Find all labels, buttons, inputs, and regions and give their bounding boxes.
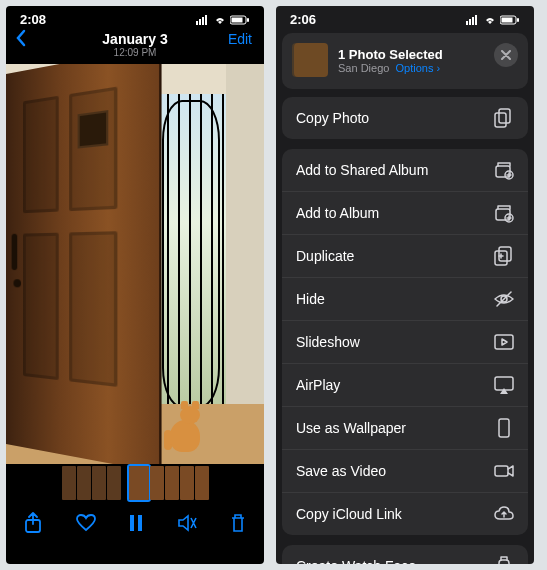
- header-thumbnail: [294, 43, 328, 77]
- svg-rect-0: [196, 21, 198, 25]
- shared-album-icon: [494, 160, 514, 180]
- pause-button[interactable]: [129, 515, 143, 531]
- wallpaper-icon: [494, 418, 514, 438]
- status-clock: 2:08: [20, 12, 46, 27]
- header-title: 1 Photo Selected: [338, 47, 443, 62]
- status-indicators: [466, 15, 520, 25]
- video-icon: [494, 461, 514, 481]
- action-label: Use as Wallpaper: [296, 420, 406, 436]
- photos-detail-screen: 2:08 January 3 12:09 PM Edit: [6, 6, 264, 564]
- action-group: Add to Shared AlbumAdd to AlbumDuplicate…: [282, 149, 528, 535]
- svg-rect-30: [499, 560, 509, 564]
- battery-icon: [230, 15, 250, 25]
- action-slideshow[interactable]: Slideshow: [282, 321, 528, 364]
- svg-rect-2: [202, 17, 204, 25]
- photo-date: January 3: [6, 31, 264, 47]
- share-sheet-header: 1 Photo Selected San Diego Options ›: [282, 33, 528, 89]
- action-shared-album[interactable]: Add to Shared Album: [282, 149, 528, 192]
- action-label: Copy iCloud Link: [296, 506, 402, 522]
- photo-time: 12:09 PM: [6, 47, 264, 58]
- action-group: Create Watch FaceSave to FilesAssign to …: [282, 545, 528, 564]
- svg-rect-13: [475, 15, 477, 25]
- airplay-icon: [494, 375, 514, 395]
- action-cloud[interactable]: Copy iCloud Link: [282, 493, 528, 535]
- wifi-icon: [483, 15, 497, 25]
- album-icon: [494, 203, 514, 223]
- svg-rect-9: [138, 515, 142, 531]
- signal-icon: [196, 15, 210, 25]
- action-airplay[interactable]: AirPlay: [282, 364, 528, 407]
- svg-rect-11: [469, 19, 471, 25]
- svg-rect-5: [232, 17, 243, 22]
- action-label: Create Watch Face: [296, 558, 416, 564]
- svg-rect-26: [495, 335, 513, 349]
- action-wallpaper[interactable]: Use as Wallpaper: [282, 407, 528, 450]
- action-duplicate[interactable]: Duplicate: [282, 235, 528, 278]
- signal-icon: [466, 15, 480, 25]
- action-label: Copy Photo: [296, 110, 369, 126]
- trash-button[interactable]: [230, 513, 246, 533]
- share-button[interactable]: [24, 512, 42, 534]
- action-label: Add to Shared Album: [296, 162, 428, 178]
- action-label: Slideshow: [296, 334, 360, 350]
- share-sheet-screen: 2:06 1 Photo Selected San Diego Options …: [276, 6, 534, 564]
- action-watch[interactable]: Create Watch Face: [282, 545, 528, 564]
- close-icon: [501, 50, 511, 60]
- share-actions-list[interactable]: Copy PhotoAdd to Shared AlbumAdd to Albu…: [276, 97, 534, 564]
- scrubber[interactable]: [6, 464, 264, 502]
- cloud-icon: [494, 504, 514, 524]
- status-indicators: [196, 15, 250, 25]
- photo-subject-cat: [166, 397, 208, 452]
- battery-icon: [500, 15, 520, 25]
- duplicate-icon: [494, 246, 514, 266]
- svg-rect-8: [130, 515, 134, 531]
- photo-viewer[interactable]: [6, 64, 264, 464]
- svg-rect-3: [205, 15, 207, 25]
- close-button[interactable]: [494, 43, 518, 67]
- options-button[interactable]: Options ›: [396, 62, 441, 74]
- nav-bar: January 3 12:09 PM Edit: [6, 29, 264, 64]
- svg-rect-12: [472, 17, 474, 25]
- action-label: Save as Video: [296, 463, 386, 479]
- svg-rect-28: [499, 419, 509, 437]
- svg-rect-18: [495, 113, 506, 127]
- slideshow-icon: [494, 332, 514, 352]
- header-subtitle: San Diego Options ›: [338, 62, 443, 74]
- status-bar: 2:08: [6, 6, 264, 29]
- action-label: AirPlay: [296, 377, 340, 393]
- svg-rect-6: [247, 18, 249, 22]
- action-group: Copy Photo: [282, 97, 528, 139]
- action-label: Add to Album: [296, 205, 379, 221]
- wifi-icon: [213, 15, 227, 25]
- action-label: Duplicate: [296, 248, 354, 264]
- action-album[interactable]: Add to Album: [282, 192, 528, 235]
- edit-button[interactable]: Edit: [228, 31, 252, 47]
- mute-button[interactable]: [177, 514, 197, 532]
- hide-icon: [494, 289, 514, 309]
- bottom-toolbar: [6, 502, 264, 548]
- action-hide[interactable]: Hide: [282, 278, 528, 321]
- favorite-button[interactable]: [76, 514, 96, 532]
- back-button[interactable]: [14, 29, 28, 47]
- watch-icon: [494, 556, 514, 564]
- copy-icon: [494, 108, 514, 128]
- action-label: Hide: [296, 291, 325, 307]
- svg-rect-17: [499, 109, 510, 123]
- status-bar: 2:06: [276, 6, 534, 29]
- action-video[interactable]: Save as Video: [282, 450, 528, 493]
- action-copy[interactable]: Copy Photo: [282, 97, 528, 139]
- svg-rect-16: [517, 18, 519, 22]
- svg-rect-10: [466, 21, 468, 25]
- svg-rect-15: [502, 17, 513, 22]
- svg-rect-29: [495, 466, 508, 476]
- svg-rect-1: [199, 19, 201, 25]
- status-clock: 2:06: [290, 12, 316, 27]
